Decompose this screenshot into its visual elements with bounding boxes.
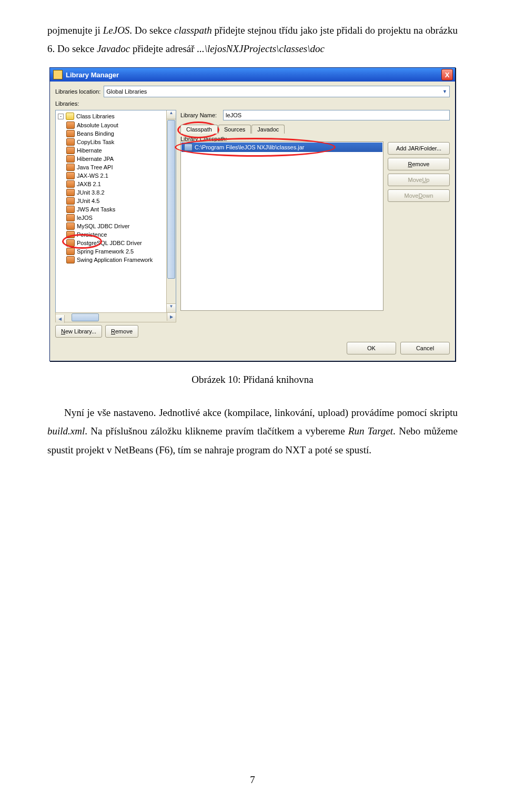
text-italic: Javadoc — [97, 43, 130, 54]
list-item[interactable]: Hibernate — [65, 146, 176, 155]
library-name-input[interactable]: leJOS — [223, 110, 450, 120]
folder-icon — [66, 113, 74, 120]
classpath-entry-text: C:\Program Files\leJOS NXJ\lib\classes.j… — [195, 144, 304, 150]
remove-entry-button[interactable]: Remove — [388, 158, 450, 170]
list-item[interactable]: Beans Binding — [65, 129, 176, 138]
list-item[interactable]: Swing Application Framework — [65, 256, 176, 264]
tab-classpath[interactable]: Classpath — [180, 125, 218, 134]
scroll-thumb[interactable] — [167, 120, 175, 279]
libraries-location-combo[interactable]: Global Libraries ▼ — [104, 86, 450, 97]
library-icon — [66, 172, 75, 179]
libraries-label: Libraries: — [55, 100, 79, 107]
list-item[interactable]: Spring Framework 2.5 — [65, 247, 176, 256]
app-icon — [53, 70, 63, 79]
move-down-button[interactable]: Move Down — [388, 189, 450, 202]
text-italic: build.xml — [47, 425, 85, 437]
text-italic: classpath — [174, 25, 212, 36]
library-icon — [66, 138, 75, 146]
tree-root-label: Class Libraries — [76, 113, 115, 119]
scroll-left-icon[interactable]: ◀ — [56, 315, 65, 323]
tabs: Classpath Sources Javadoc — [180, 125, 450, 134]
classpath-entry[interactable]: C:\Program Files\leJOS NXJ\lib\classes.j… — [181, 143, 382, 152]
list-item[interactable]: Persistence — [65, 230, 176, 239]
library-icon — [66, 155, 75, 163]
library-icon — [66, 206, 75, 213]
library-icon — [66, 239, 75, 247]
list-item[interactable]: CopyLibs Task — [65, 138, 176, 146]
library-icon — [66, 180, 75, 188]
scroll-up-icon[interactable]: ▲ — [167, 110, 176, 119]
library-icon — [66, 189, 75, 196]
close-icon[interactable]: X — [441, 69, 453, 80]
classpath-list[interactable]: C:\Program Files\leJOS NXJ\lib\classes.j… — [180, 141, 383, 311]
library-icon — [66, 164, 75, 171]
jar-icon — [184, 144, 193, 151]
library-icon — [66, 130, 75, 137]
minus-icon[interactable]: - — [58, 114, 64, 119]
ok-button[interactable]: OK — [347, 342, 396, 354]
new-library-button[interactable]: New Library... — [55, 325, 102, 338]
page-number: 7 — [0, 774, 505, 786]
horizontal-scrollbar[interactable]: ◀ ▶ — [55, 312, 176, 322]
list-item[interactable]: Hibernate JPA — [65, 155, 176, 163]
text: pojmenujte ji — [47, 25, 103, 36]
intro-paragraph: pojmenujte ji LeJOS. Do sekce classpath … — [47, 21, 458, 58]
library-icon — [66, 214, 75, 221]
text: přidejte adresář — [130, 43, 197, 54]
figure-caption: Obrázek 10: Přidaná knihovna — [47, 374, 458, 385]
library-name-value: leJOS — [226, 112, 241, 118]
tab-javadoc[interactable]: Javadoc — [251, 125, 285, 134]
library-icon — [66, 231, 75, 238]
list-item-lejos[interactable]: leJOS — [65, 214, 176, 222]
library-icon — [66, 222, 75, 230]
libraries-location-label: Libraries location: — [55, 88, 100, 95]
tab-sources[interactable]: Sources — [218, 125, 251, 134]
text: . Do sekce — [129, 25, 174, 36]
combo-value: Global Libraries — [106, 88, 147, 95]
list-item[interactable]: MySQL JDBC Driver — [65, 222, 176, 230]
scroll-down-icon[interactable]: ▼ — [167, 303, 176, 312]
library-icon — [66, 197, 75, 205]
list-item[interactable]: JAXB 2.1 — [65, 180, 176, 188]
list-item[interactable]: PostgreSQL JDBC Driver — [65, 239, 176, 247]
list-item[interactable]: Java Tree API — [65, 163, 176, 171]
text: . Na příslušnou záložku klikneme pravím … — [85, 425, 348, 437]
text-italic: ...\lejosNXJProjects\classes\doc — [197, 43, 325, 54]
libraries-tree[interactable]: - Class Libraries Absolute Layout Beans … — [55, 110, 176, 313]
cancel-button[interactable]: Cancel — [400, 342, 450, 354]
remove-library-button[interactable]: Remove — [105, 325, 138, 338]
library-manager-dialog: Library Manager X Libraries location: Gl… — [49, 67, 456, 361]
list-item[interactable]: Absolute Layout — [65, 121, 176, 129]
library-icon — [66, 147, 75, 154]
list-item[interactable]: JUnit 4.5 — [65, 197, 176, 205]
scroll-right-icon[interactable]: ▶ — [167, 313, 176, 321]
vertical-scrollbar[interactable]: ▲ ▼ — [166, 110, 176, 312]
move-up-button[interactable]: Move Up — [388, 174, 450, 186]
text-italic: Run Target — [348, 425, 393, 437]
library-icon — [66, 121, 75, 129]
list-item[interactable]: JWS Ant Tasks — [65, 205, 176, 214]
library-icon — [66, 256, 75, 263]
titlebar[interactable]: Library Manager X — [50, 68, 455, 82]
list-item[interactable]: JUnit 3.8.2 — [65, 188, 176, 197]
text-italic: LeJOS — [103, 25, 130, 36]
chevron-down-icon: ▼ — [442, 89, 447, 94]
list-item[interactable]: JAX-WS 2.1 — [65, 171, 176, 180]
library-name-label: Library Name: — [180, 112, 217, 118]
library-icon — [66, 248, 75, 255]
add-jar-button[interactable]: Add JAR/Folder... — [388, 142, 450, 155]
window-title: Library Manager — [66, 71, 119, 79]
text: Nyní je vše nastaveno. Jednotlivé akce (… — [64, 407, 458, 418]
closing-paragraph: Nyní je vše nastaveno. Jednotlivé akce (… — [47, 403, 458, 459]
scroll-thumb[interactable] — [72, 313, 99, 321]
